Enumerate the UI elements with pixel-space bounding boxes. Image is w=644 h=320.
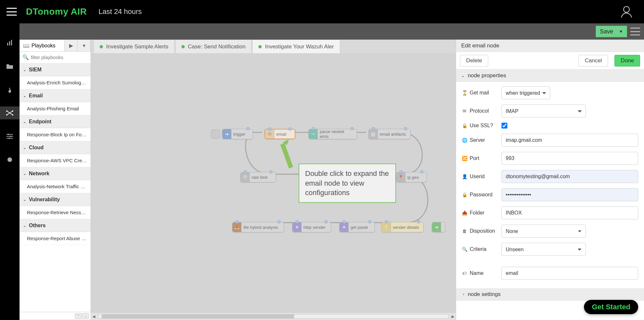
disposition-select[interactable]: None [502, 225, 586, 238]
flow-start-node[interactable] [211, 129, 220, 139]
panel-title: Edit email node [456, 40, 644, 52]
port-input[interactable] [502, 152, 638, 165]
svg-rect-2 [9, 41, 10, 45]
name-input[interactable] [502, 267, 638, 280]
sidebar-collapse-down-icon[interactable]: ⌄ [82, 314, 89, 319]
sidebar-play-button[interactable]: ▶ [65, 40, 78, 51]
sidebar-group-network[interactable]: ⌄Network [20, 167, 91, 180]
editor-toolbar: Save ▼ [19, 23, 644, 40]
rail-folder-icon[interactable] [0, 60, 19, 73]
rail-circle-icon[interactable] [0, 153, 19, 166]
node-file-hybrid[interactable]: 🦊file hybrid analysis [232, 222, 284, 232]
svg-point-11 [7, 157, 12, 162]
svg-rect-10 [9, 138, 10, 139]
svg-point-4 [6, 110, 7, 112]
editor-menu-icon[interactable] [630, 28, 640, 35]
search-icon: 🔍 [462, 247, 467, 252]
canvas-tab[interactable]: Investigate Your Wazuh Aler [252, 40, 340, 53]
criteria-select[interactable]: Unseen [502, 243, 586, 256]
instruction-callout: Double click to expand the email node to… [299, 164, 396, 203]
node-hibp-sender[interactable]: ✶hibp sender [292, 222, 331, 232]
scroll-right-icon[interactable]: ▶ [450, 314, 456, 319]
book-icon: 📖 [23, 43, 30, 49]
node-email-artifacts[interactable]: ▤email artifacts [368, 129, 411, 139]
usessl-checkbox[interactable] [502, 123, 507, 129]
get-started-button[interactable]: Get Started [584, 300, 638, 314]
canvas-tab[interactable]: Case: Send Notification [175, 40, 252, 53]
sidebar-group-endpoint[interactable]: ⌄Endpoint [20, 115, 91, 128]
svg-rect-9 [10, 136, 11, 137]
svg-point-6 [6, 114, 7, 116]
sidebar-tab-playbooks[interactable]: 📖 Playbooks [20, 40, 65, 51]
node-get-paste[interactable]: ✶get paste [339, 222, 375, 232]
lock-icon: 🔒 [462, 123, 467, 128]
node-email[interactable]: ✉email [265, 129, 295, 139]
envelope-icon: ✉ [462, 108, 467, 114]
section-node-settings[interactable]: ⌄node settings [456, 288, 644, 301]
folder-input[interactable] [502, 206, 638, 219]
scroll-thumb[interactable] [102, 314, 294, 318]
sidebar-footer: ⌃ ⌄ [20, 312, 91, 320]
playbooks-sidebar: 📖 Playbooks ▶ ▾ 🔍 ⌄SIEM Analysis-Enrich … [19, 40, 91, 320]
svg-point-0 [624, 6, 629, 12]
sidebar-dropdown-button[interactable]: ▾ [78, 40, 91, 51]
rail-flow-icon[interactable] [0, 106, 19, 119]
canvas-tab[interactable]: Investigate Sample Alerts [93, 40, 175, 53]
rail-dashboard-icon[interactable] [0, 36, 19, 49]
scroll-left-icon[interactable]: ◀ [91, 314, 97, 319]
flow-canvas[interactable]: Investigate Sample Alerts Case: Send Not… [91, 40, 456, 320]
userid-input[interactable] [502, 170, 638, 183]
brand-title: DTonomy AIR [26, 6, 87, 17]
playbook-filter[interactable]: 🔍 [20, 52, 91, 63]
edit-node-panel: Edit email node Delete Cancel Done ⌄node… [456, 40, 644, 320]
section-node-properties[interactable]: ⌄node properties [456, 69, 644, 82]
server-input[interactable] [502, 134, 638, 147]
node-output[interactable]: ➜ [432, 222, 445, 232]
sidebar-item[interactable]: Response-AWS VPC Cre… [20, 154, 91, 167]
sidebar-item[interactable]: Response-Retrieve Ness… [20, 206, 91, 219]
node-trigger[interactable]: ➜trigger [222, 129, 253, 139]
canvas-hscroll[interactable]: ◀ ▶ [91, 313, 456, 320]
globe-icon: 🌐 [462, 138, 467, 143]
cancel-button[interactable]: Cancel [578, 55, 608, 67]
rail-flame-icon[interactable] [0, 83, 19, 96]
sidebar-item[interactable]: Analysis-Network Traffic … [20, 180, 91, 193]
playbook-filter-input[interactable] [31, 55, 88, 60]
inbox-icon: 📥 [462, 210, 467, 215]
node-rate-limit[interactable]: ⏱rate limit [240, 172, 276, 182]
sidebar-group-email[interactable]: ⌄Email [20, 89, 91, 102]
password-input[interactable] [502, 188, 638, 201]
trash-icon: 🗑 [462, 228, 467, 234]
getmail-select[interactable]: when triggered [502, 86, 550, 99]
save-label: Save [600, 28, 613, 35]
node-properties-form: ⌛Get mail when triggered ✉Protocol IMAP … [456, 82, 644, 286]
svg-rect-1 [7, 43, 8, 45]
delete-button[interactable]: Delete [460, 55, 488, 67]
node-ip-geo[interactable]: 📍ip geo [396, 172, 427, 182]
left-icon-rail [0, 23, 19, 320]
rail-sliders-icon[interactable] [0, 130, 19, 143]
sidebar-group-cloud[interactable]: ⌄Cloud [20, 141, 91, 154]
svg-marker-12 [282, 139, 289, 145]
user-avatar-icon[interactable] [619, 5, 634, 19]
sidebar-item[interactable]: Response-Block Ip on Fo… [20, 128, 91, 141]
sidebar-item[interactable]: Analysis-Enrich Sumolog… [20, 76, 91, 89]
sidebar-collapse-up-icon[interactable]: ⌃ [75, 314, 81, 319]
lock-icon: 🔒 [462, 192, 467, 197]
sidebar-group-others[interactable]: ⌄Others [20, 219, 91, 232]
sidebar-tab-label: Playbooks [31, 43, 56, 49]
menu-icon[interactable] [6, 8, 17, 16]
sidebar-item[interactable]: Analysis-Phishing Email [20, 102, 91, 115]
sidebar-item[interactable]: Response-Report Abuse … [20, 232, 91, 245]
save-button[interactable]: Save ▼ [596, 26, 627, 37]
sidebar-group-vulnerability[interactable]: ⌄Vulnerability [20, 193, 91, 206]
svg-rect-8 [8, 134, 9, 135]
hourglass-icon: ⌛ [462, 90, 467, 95]
sidebar-group-siem[interactable]: ⌄SIEM [20, 63, 91, 76]
protocol-select[interactable]: IMAP [502, 105, 586, 117]
tag-icon: 🏷 [462, 271, 467, 276]
node-sender-details[interactable]: fsender details [381, 222, 424, 232]
done-button[interactable]: Done [614, 55, 640, 67]
node-parse-nested[interactable]: ⤳parse nested emls [308, 129, 357, 139]
time-range-label[interactable]: Last 24 hours [99, 7, 142, 16]
